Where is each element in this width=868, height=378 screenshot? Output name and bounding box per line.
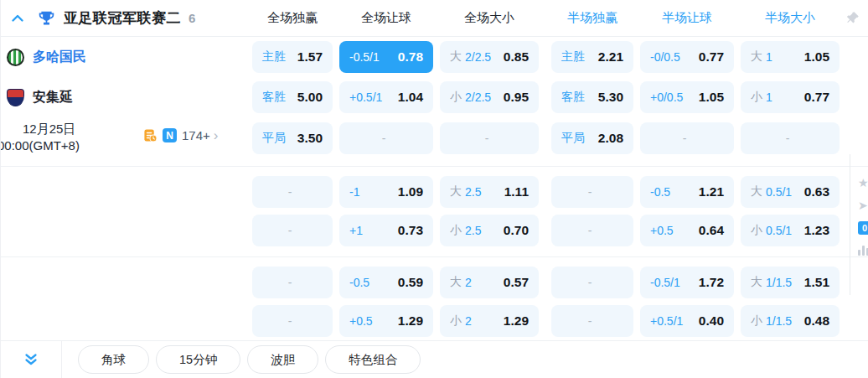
odds-cell[interactable]: -0/0.50.77 [640,41,734,73]
odds-cell[interactable]: 小0.5/11.23 [741,215,840,246]
odds-cell[interactable]: 客胜5.00 [252,81,333,113]
odds-cell[interactable]: 小10.77 [741,81,840,113]
odds-cell[interactable]: 大0.5/10.63 [741,176,840,208]
home-team-row[interactable]: 多哈国民 [1,37,248,77]
chart-bars-icon[interactable] [858,244,868,256]
special-combo-button[interactable]: 特色组合 [325,345,421,374]
odds-cell-empty: - [741,122,840,154]
zero-badge[interactable]: 0 [858,221,868,235]
odds-cell[interactable]: +0/0.51.05 [640,81,734,113]
odds-cell-empty: - [551,215,633,246]
share-arrow-icon[interactable]: ➤ [858,199,868,212]
odds-cell[interactable]: 平局3.50 [252,122,333,154]
odds-cell[interactable]: +0.51.29 [339,305,433,337]
home-team-name[interactable]: 多哈国民 [33,49,86,66]
odds-cell[interactable]: +0.5/11.04 [339,81,433,113]
markets-count: 174+ [182,128,210,142]
odds-row: - +10.73 小2.50.70 - +0.50.64 小0.5/11.23 [1,211,868,250]
col-header-ht-overunder[interactable]: 半场大小 [741,10,840,26]
odds-cell[interactable]: 大20.57 [440,267,539,298]
odds-cell[interactable]: 小2/2.50.95 [440,81,539,113]
home-team-crest-icon [7,49,24,66]
odds-cell-empty: - [551,176,633,208]
odds-cell-empty: - [252,215,333,246]
away-team-name[interactable]: 安集延 [33,89,73,106]
match-time: 00:00(GMT+8) [0,138,80,153]
odds-cell[interactable]: 大2.51.11 [440,176,539,208]
side-rail: ★ ➤ 0 [850,154,868,295]
odds-cell[interactable]: 客胜5.30 [551,81,633,113]
favorite-star-icon[interactable]: ★ [858,176,868,189]
odds-cell[interactable]: +10.73 [339,215,433,246]
odds-cell-empty: - [252,176,333,208]
odds-cell-empty: - [252,267,333,298]
odds-cell[interactable]: 主胜1.57 [252,41,333,73]
col-header-ft-1x2: 全场独赢 [252,10,333,26]
odds-cell-selected[interactable]: -0.5/10.78 [339,41,433,73]
col-header-ft-overunder: 全场大小 [440,10,539,26]
expand-more-zone[interactable] [1,341,62,378]
col-header-ht-1x2[interactable]: 半场独赢 [551,10,633,26]
away-team-row[interactable]: 安集延 [1,77,248,117]
corners-button[interactable]: 角球 [78,345,149,374]
odds-row: - +0.51.29 小21.29 - +0.5/10.40 小1/1.50.4… [1,302,868,340]
odds-body: 多哈国民 安集延 12月25日 00:00(GMT+8) N 174+ › 主胜… [1,37,868,340]
extra-market-pills: 角球 15分钟 波胆 特色组合 [78,345,421,374]
match-info: 多哈国民 安集延 12月25日 00:00(GMT+8) N 174+ › [1,37,248,159]
odds-cell-empty: - [252,305,333,337]
away-team-crest-icon [7,89,24,106]
col-header-ht-handicap[interactable]: 半场让球 [640,10,734,26]
odds-cell[interactable]: 平局2.08 [551,122,633,154]
pin-icon[interactable] [845,10,860,25]
footer-bar: 角球 15分钟 波胆 特色组合 [1,340,868,378]
odds-cell[interactable]: 大1/1.51.51 [741,267,840,298]
odds-cell[interactable]: -0.50.59 [339,267,433,298]
correct-score-button[interactable]: 波胆 [247,345,318,374]
double-chevron-down-icon[interactable] [23,352,39,367]
odds-cell[interactable]: +0.5/10.40 [640,305,734,337]
n-badge: N [163,128,177,142]
league-title-group: 亚足联冠军联赛二 6 [1,8,248,28]
trophy-icon [38,9,55,27]
odds-cell-empty: - [551,267,633,298]
odds-cell[interactable]: 大2/2.50.85 [440,41,539,73]
odds-cell[interactable]: 大11.05 [741,41,840,73]
odds-row: - -0.50.59 大20.57 - -0.5/11.72 大1/1.51.5… [1,263,868,302]
league-name[interactable]: 亚足联冠军联赛二 [64,8,181,28]
odds-cell-empty: - [440,122,539,154]
odds-cell[interactable]: 小2.50.70 [440,215,539,246]
odds-cell[interactable]: 小1/1.50.48 [741,305,840,337]
fifteen-min-button[interactable]: 15分钟 [156,345,240,374]
match-count: 6 [189,11,195,25]
league-header: 亚足联冠军联赛二 6 全场独赢 全场让球 全场大小 半场独赢 半场让球 半场大小 [1,0,868,37]
group-divider [1,159,868,173]
odds-cell[interactable]: 主胜2.21 [551,41,633,73]
odds-row: - -11.09 大2.51.11 - -0.51.21 大0.5/10.63 [1,173,868,211]
odds-cell[interactable]: -0.51.21 [640,176,734,208]
odds-cell-empty: - [640,122,734,154]
group-divider [1,250,868,263]
odds-cell[interactable]: -11.09 [339,176,433,208]
stats-icon [143,128,158,142]
match-datetime: 12月25日 00:00(GMT+8) N 174+ › [1,117,248,159]
odds-panel: 亚足联冠军联赛二 6 全场独赢 全场让球 全场大小 半场独赢 半场让球 半场大小… [0,0,868,378]
col-header-ft-handicap: 全场让球 [339,10,433,26]
odds-cell-empty: - [551,305,633,337]
odds-cell-empty: - [339,122,433,154]
collapse-chevron-up-icon[interactable] [11,12,24,25]
match-date: 12月25日 [23,122,75,137]
odds-cell[interactable]: +0.50.64 [640,215,734,246]
odds-cell[interactable]: 小21.29 [440,305,539,337]
more-markets-link[interactable]: N 174+ › [143,128,218,142]
odds-cell[interactable]: -0.5/11.72 [640,267,734,298]
chevron-right-icon[interactable]: › [214,128,219,142]
